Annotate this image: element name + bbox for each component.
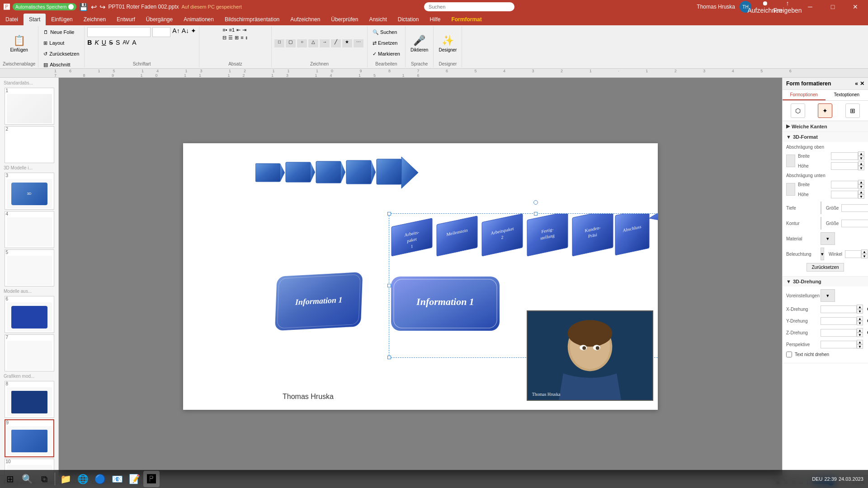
selection-handle-bl[interactable] — [387, 356, 391, 359]
3d-format-header[interactable]: ▼ 3D-Format — [783, 132, 868, 142]
perspektive-down[interactable]: ▼ — [857, 344, 863, 349]
breite-oben-down[interactable]: ▼ — [858, 156, 864, 160]
tab-dictation[interactable]: Dictation — [392, 14, 425, 25]
align-justify-button[interactable]: ≡ — [241, 35, 243, 41]
tiefe-input[interactable]: 0 Pt. — [841, 204, 868, 212]
tiefe-color-swatch[interactable] — [821, 202, 821, 214]
maximize-button[interactable]: □ — [824, 0, 842, 14]
format-icon-shape[interactable]: ⬡ — [791, 103, 805, 118]
font-size-input[interactable]: 12 — [152, 27, 170, 37]
winkel-up[interactable]: ▲ — [861, 249, 868, 254]
slide-thumb-4[interactable]: 4 — [5, 211, 54, 248]
perspektive-up[interactable]: ▲ — [857, 340, 863, 344]
voreinstellungen-dropdown[interactable]: ▾ — [821, 289, 835, 302]
tab-formoptionen[interactable]: Formoptionen — [783, 90, 826, 100]
zurucksetzen-ribbon-button[interactable]: ↺ Zurücksetzen — [41, 49, 81, 59]
shape-triangle[interactable]: △ — [308, 39, 318, 47]
slide-thumb-9[interactable]: 9 — [5, 419, 54, 457]
indent-more-button[interactable]: ⇥ — [242, 27, 246, 33]
kontur-input[interactable]: 0 Pt. — [841, 220, 868, 227]
ersetzen-button[interactable]: ⇄ Ersetzen — [370, 38, 402, 48]
z-drehung-input[interactable]: 3° — [821, 329, 857, 337]
font-decrease-icon[interactable]: A↓ — [182, 27, 189, 37]
list-ordered-button[interactable]: ≡1 — [229, 27, 235, 33]
font-color-button[interactable]: A — [132, 39, 136, 46]
taskview-icon[interactable]: ⧉ — [36, 471, 52, 487]
tab-hilfe[interactable]: Hilfe — [424, 14, 446, 25]
shape-circle[interactable]: ○ — [297, 39, 307, 47]
close-button[interactable]: ✕ — [846, 0, 864, 14]
slide-thumb-5[interactable]: 5 — [5, 249, 54, 286]
weiche-kanten-header[interactable]: ▶ Weiche Kanten — [783, 121, 868, 131]
autosave-toggle[interactable]: Automatisches Speichern — [13, 3, 76, 10]
save-icon[interactable]: 💾 — [79, 3, 88, 11]
abschragung-unten-swatch[interactable] — [786, 183, 795, 196]
align-center-button[interactable]: ☰ — [228, 35, 233, 41]
underline-button[interactable]: U — [102, 39, 106, 46]
explorer-icon[interactable]: 📁 — [57, 471, 74, 487]
hohe-unten-input[interactable]: 0 Pt. — [831, 191, 858, 198]
tab-formformat[interactable]: Formformat — [446, 14, 487, 25]
edge-icon[interactable]: 🌐 — [75, 471, 91, 487]
outlook-icon[interactable]: 📧 — [109, 471, 125, 487]
record-button[interactable]: ⏺ Aufzeichnen — [756, 0, 774, 14]
slide-thumb-1[interactable]: 1 — [5, 88, 54, 125]
abschragung-oben-swatch[interactable] — [786, 155, 795, 167]
markieren-button[interactable]: ✓ Markieren — [370, 49, 402, 59]
redo-icon[interactable]: ↪ — [99, 3, 105, 11]
undo-icon[interactable]: ↩ — [91, 3, 97, 11]
powerpoint-taskbar-icon[interactable]: 🅿 — [143, 471, 160, 487]
y-drehung-up[interactable]: ▲ — [857, 316, 863, 321]
tab-ansicht[interactable]: Ansicht — [363, 14, 392, 25]
shadow-button[interactable]: S — [116, 39, 120, 46]
tab-zeichnen[interactable]: Zeichnen — [78, 14, 111, 25]
char-spacing-button[interactable]: AV — [123, 39, 129, 46]
hohe-oben-input[interactable]: 6 Pt. — [831, 162, 858, 170]
slide-thumb-3[interactable]: 3 3D — [5, 173, 54, 210]
selection-handle-tm[interactable] — [534, 212, 538, 216]
slide-thumb-8[interactable]: 8 — [5, 381, 54, 418]
align-right-button[interactable]: ⊞ — [235, 35, 239, 41]
z-drehung-up[interactable]: ▲ — [857, 328, 863, 333]
kontur-color-swatch[interactable] — [821, 217, 821, 230]
breite-oben-up[interactable]: ▲ — [858, 151, 864, 156]
tab-bildschirm[interactable]: Bildschirmpräsentation — [219, 14, 285, 25]
tab-einfugen[interactable]: Einfügen — [46, 14, 78, 25]
3d-drehung-header[interactable]: ▼ 3D-Drehung — [783, 277, 868, 286]
beleuchtung-dropdown[interactable]: ▾ — [821, 248, 824, 260]
word-icon[interactable]: 📝 — [126, 471, 142, 487]
strikethrough-button[interactable]: S̶ — [109, 39, 113, 46]
x-drehung-up[interactable]: ▲ — [857, 305, 863, 309]
breite-unten-up[interactable]: ▲ — [858, 180, 864, 184]
text-nicht-drehen-checkbox[interactable] — [786, 352, 792, 357]
selection-handle-tl[interactable] — [387, 212, 391, 216]
perspektive-input[interactable]: 80° — [821, 341, 857, 348]
shape-rect[interactable]: □ — [274, 39, 284, 47]
hohe-unten-up[interactable]: ▲ — [858, 190, 864, 194]
info-box-1[interactable]: Information 1 — [274, 265, 377, 333]
font-increase-icon[interactable]: A↑ — [172, 27, 179, 37]
share-button[interactable]: ↑ Freigeben — [778, 0, 797, 14]
zurucksetzen-3dformat-button[interactable]: Zurücksetzen — [807, 263, 844, 272]
winkel-down[interactable]: ▼ — [861, 254, 868, 258]
shape-line[interactable]: ╱ — [331, 39, 341, 47]
tab-datei[interactable]: Datei — [0, 14, 24, 25]
x-drehung-input[interactable]: 324,3° — [821, 305, 857, 313]
format-icon-size[interactable]: ⊞ — [845, 103, 860, 118]
format-panel-close-button[interactable]: ✕ — [860, 80, 864, 87]
y-drehung-down[interactable]: ▼ — [857, 321, 863, 325]
tab-animationen[interactable]: Animationen — [178, 14, 219, 25]
tab-aufzeichnen[interactable]: Aufzeichnen — [285, 14, 326, 25]
slide-thumb-2[interactable]: 2 — [5, 126, 54, 163]
hohe-unten-down[interactable]: ▼ — [858, 194, 864, 199]
material-dropdown[interactable]: ▾ — [821, 232, 835, 245]
x-drehung-down[interactable]: ▼ — [857, 309, 863, 314]
slide[interactable]: Arbeits- paket 1 Meilenstein Arbeitspake… — [183, 143, 658, 410]
columns-button[interactable]: ⫾ — [245, 35, 248, 41]
designer-button[interactable]: ✨ Designer — [436, 29, 459, 58]
z-drehung-down[interactable]: ▼ — [857, 333, 863, 337]
start-menu-icon[interactable]: ⊞ — [2, 471, 18, 487]
font-name-input[interactable]: Calibri (Textkörper) — [87, 27, 151, 37]
search-input[interactable] — [424, 2, 514, 11]
clear-format-icon[interactable]: ✦ — [191, 27, 196, 37]
